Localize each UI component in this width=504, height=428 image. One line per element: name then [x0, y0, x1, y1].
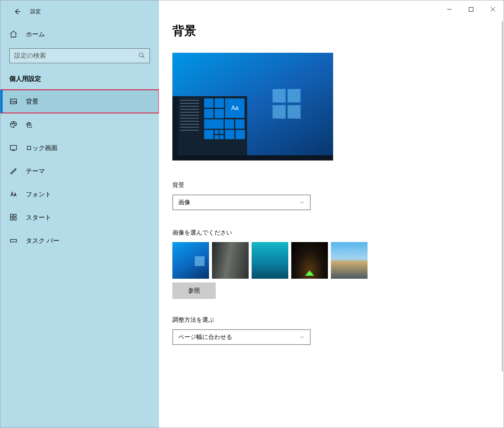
chevron-down-icon — [299, 334, 305, 340]
nav-label: テーマ — [26, 167, 45, 175]
home-icon — [9, 30, 20, 38]
arrow-left-icon — [13, 7, 21, 16]
home-button[interactable]: ホーム — [0, 23, 159, 45]
search-box[interactable] — [9, 48, 150, 63]
wallpaper-thumb-3[interactable] — [252, 242, 288, 279]
search-input[interactable] — [14, 52, 138, 59]
svg-point-3 — [13, 123, 14, 123]
search-container — [0, 48, 159, 63]
nav-item-background[interactable]: 背景 — [0, 90, 159, 113]
browse-button[interactable]: 参照 — [172, 282, 216, 299]
maximize-icon — [469, 7, 473, 12]
close-icon — [490, 7, 495, 12]
wallpaper-thumb-4[interactable] — [291, 242, 328, 279]
svg-rect-5 — [10, 146, 17, 150]
sidebar: 設定 ホーム 個人用設定 背景 — [0, 0, 159, 428]
nav-label: タスク バー — [26, 236, 59, 245]
chevron-down-icon — [299, 200, 305, 205]
section-title: 個人用設定 — [0, 63, 159, 90]
window-controls — [439, 0, 504, 18]
minimize-icon — [447, 7, 452, 12]
fit-dropdown[interactable]: ページ幅に合わせる — [172, 329, 311, 345]
background-type-dropdown[interactable]: 画像 — [172, 195, 311, 210]
nav-item-colors[interactable]: 色 — [0, 113, 159, 136]
maximize-button[interactable] — [460, 0, 482, 18]
page-title: 背景 — [172, 23, 490, 39]
titlebar-left: 設定 — [0, 0, 159, 23]
nav-item-themes[interactable]: テーマ — [0, 159, 159, 183]
svg-point-4 — [14, 123, 15, 124]
windows-logo-icon — [271, 88, 301, 120]
nav-label: 背景 — [26, 97, 39, 106]
nav-item-taskbar[interactable]: タスク バー — [0, 229, 159, 252]
svg-rect-6 — [13, 150, 15, 151]
nav-item-start[interactable]: スタート — [0, 206, 159, 229]
wallpaper-thumb-1[interactable] — [172, 242, 209, 279]
close-button[interactable] — [482, 0, 504, 18]
main-content: 背景 Aa — [159, 0, 504, 428]
preview-start-menu: Aa — [172, 96, 247, 155]
wallpaper-thumb-5[interactable] — [331, 242, 368, 279]
image-thumbnails — [172, 242, 490, 279]
svg-rect-10 — [14, 218, 16, 220]
dropdown-value: ページ幅に合わせる — [178, 333, 232, 341]
desktop-preview: Aa — [172, 53, 333, 160]
back-button[interactable] — [9, 7, 24, 16]
home-label: ホーム — [26, 30, 45, 39]
svg-rect-1 — [10, 99, 17, 104]
dropdown-value: 画像 — [178, 199, 190, 207]
scroll-indicator[interactable] — [502, 21, 503, 372]
nav-label: フォント — [26, 190, 51, 199]
lockscreen-icon — [9, 144, 20, 152]
preview-taskbar — [172, 155, 333, 160]
svg-rect-11 — [10, 239, 17, 242]
fit-label: 調整方法を選ぶ — [172, 316, 490, 324]
svg-rect-12 — [469, 7, 473, 12]
nav-label: 色 — [26, 120, 32, 129]
choose-image-label: 画像を選んでください — [172, 229, 490, 237]
nav-item-lockscreen[interactable]: ロック画面 — [0, 136, 159, 159]
picture-icon — [9, 97, 20, 106]
preview-tile-text: Aa — [225, 98, 245, 118]
nav-item-fonts[interactable]: フォント — [0, 183, 159, 206]
nav-label: ロック画面 — [26, 144, 58, 152]
svg-point-2 — [12, 123, 12, 124]
background-label: 背景 — [172, 181, 490, 189]
brush-icon — [9, 167, 20, 175]
app-title: 設定 — [30, 8, 41, 15]
svg-rect-8 — [14, 214, 16, 217]
nav-label: スタート — [26, 213, 51, 222]
start-tiles-icon — [9, 213, 20, 221]
font-icon — [9, 190, 20, 198]
svg-rect-7 — [10, 214, 13, 217]
minimize-button[interactable] — [439, 0, 460, 18]
svg-rect-9 — [10, 218, 13, 220]
taskbar-icon — [9, 236, 20, 245]
wallpaper-thumb-2[interactable] — [212, 242, 249, 279]
search-icon — [138, 52, 145, 60]
palette-icon — [9, 120, 20, 129]
nav-list: 背景 色 ロック画面 テーマ — [0, 90, 159, 252]
svg-point-0 — [139, 53, 143, 57]
